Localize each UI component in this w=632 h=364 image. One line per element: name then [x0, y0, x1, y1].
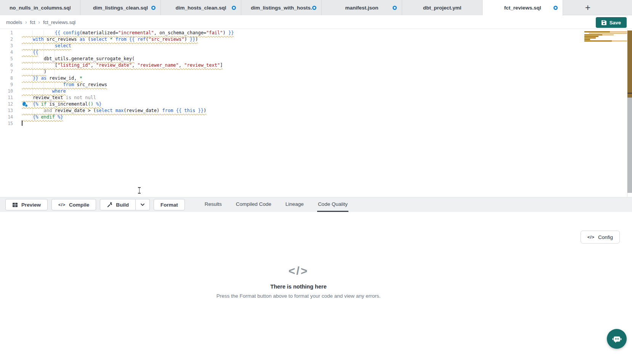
minimap-row [584, 31, 627, 32]
breadcrumb-item-fct[interactable]: fct [30, 19, 35, 25]
format-button[interactable]: Format [154, 199, 185, 210]
tab-dim-listings-with-hosts-sql[interactable]: dim_listings_with_hosts.sql [241, 0, 322, 15]
code-editor[interactable]: 1 {{ config(materialized="incremental", … [0, 29, 632, 197]
minimap[interactable] [584, 31, 627, 42]
tab-label: dim_listings_clean.sql [93, 5, 148, 11]
tab-label: dbt_project.yml [423, 5, 462, 11]
tab-fct-reviews-sql[interactable]: fct_reviews.sql [483, 0, 563, 16]
minimap-mark-light [612, 40, 627, 42]
modified-dot [553, 6, 558, 10]
code-line-2[interactable]: 2 with src_reviews as (select * from {{ … [0, 36, 632, 43]
code-line-12[interactable]: 12 {% if is_incremental() %} [0, 101, 632, 107]
minimap-mark [584, 36, 598, 37]
code-line-content: and review_date > (select max(review_dat… [22, 107, 206, 114]
chat-assistant-button[interactable] [607, 329, 627, 349]
minimap-mark-light [589, 33, 627, 34]
preview-label: Preview [21, 202, 41, 208]
scrollbar-mark [627, 30, 632, 93]
code-line-7[interactable]: 7 ) [0, 69, 632, 75]
table-icon [12, 202, 18, 208]
tab-no-nulls-in-columns-sql[interactable]: no_nulls_in_columns.sql [0, 0, 80, 15]
scrollbar-mark [627, 94, 632, 98]
breadcrumb-item-models[interactable]: models [6, 19, 22, 25]
code-slash-icon: </> [165, 265, 432, 277]
code-icon: </> [587, 235, 595, 239]
modified-dot [232, 6, 236, 10]
code-line-content: dbt_utils.generate_surrogate_key( [22, 56, 135, 62]
empty-state-title: There is nothing here [165, 284, 432, 290]
new-tab-button[interactable]: + [582, 3, 594, 12]
minimap-mark [584, 39, 590, 40]
empty-state-subtitle: Press the Format button above to format … [165, 293, 432, 299]
line-number: 11 [0, 95, 13, 101]
code-line-5[interactable]: 5 dbt_utils.generate_surrogate_key( [0, 56, 632, 62]
build-label: Build [116, 202, 129, 208]
tab-dim-hosts-clean-sql[interactable]: dim_hosts_clean.sql [161, 0, 241, 15]
code-line-4[interactable]: 4 {{ [0, 49, 632, 56]
code-line-9[interactable]: 9 from src_reviews [0, 82, 632, 88]
config-button[interactable]: </> Config [581, 231, 620, 244]
mouse-cursor-ibeam [138, 187, 141, 194]
code-action-icon[interactable] [22, 102, 28, 107]
code-line-content: where [22, 88, 66, 95]
tab-label: manifest.json [345, 5, 378, 11]
build-button[interactable]: Build [100, 199, 136, 210]
minimap-mark-light [602, 34, 614, 35]
code-line-14[interactable]: 14 {% endif %} [0, 114, 632, 120]
code-line-1[interactable]: 1 {{ config(materialized="incremental", … [0, 30, 632, 36]
tab-dbt-project-yml[interactable]: dbt_project.yml [402, 0, 483, 15]
scrollbar[interactable] [627, 29, 632, 197]
line-number: 4 [0, 49, 13, 56]
code-line-content: review_text is not null [22, 95, 96, 101]
minimap-row [584, 37, 627, 38]
line-number: 9 [0, 82, 13, 88]
code-line-10[interactable]: 10 where [0, 88, 632, 95]
tab-manifest-json[interactable]: manifest.json [322, 0, 402, 15]
code-line-content: select [22, 43, 71, 49]
minimap-row [584, 40, 627, 42]
code-line-content: ) [22, 69, 47, 75]
breadcrumb-item-fct-reviews-sql[interactable]: fct_reviews.sql [43, 19, 75, 25]
compile-button[interactable]: </> Compile [51, 199, 96, 210]
line-number: 7 [0, 69, 13, 75]
dbt-ide-window: no_nulls_in_columns.sqldim_listings_clea… [0, 0, 632, 364]
code-line-8[interactable]: 8 }} as review_id, * [0, 75, 632, 82]
panel-tab-lineage[interactable]: Lineage [285, 197, 305, 212]
tab-label: dim_hosts_clean.sql [176, 5, 226, 11]
build-dropdown-button[interactable] [136, 199, 150, 210]
panel-tab-code-quality[interactable]: Code Quality [317, 197, 348, 212]
code-line-content: {{ [22, 49, 38, 56]
breadcrumb: models›fct›fct_reviews.sql [6, 19, 75, 25]
minimap-mark [584, 31, 610, 32]
hammer-icon [107, 202, 112, 208]
scrollbar-mark [627, 98, 632, 193]
tab-label: fct_reviews.sql [504, 5, 541, 11]
preview-button[interactable]: Preview [5, 199, 48, 210]
code-line-6[interactable]: 6 ["listing_id", "review_date", "reviewe… [0, 62, 632, 69]
panel-tab-results[interactable]: Results [204, 197, 223, 212]
save-icon [602, 20, 606, 25]
tab-dim-listings-clean-sql[interactable]: dim_listings_clean.sql [80, 0, 161, 15]
chevron-down-icon [140, 202, 145, 207]
tab-label: dim_listings_with_hosts.sql [251, 5, 312, 11]
minimap-row [584, 39, 627, 40]
compile-label: Compile [69, 202, 89, 208]
line-number: 2 [0, 36, 13, 43]
line-number: 14 [0, 114, 13, 120]
code-line-3[interactable]: 3 select [0, 43, 632, 49]
line-number: 5 [0, 56, 13, 62]
breadcrumb-separator: › [25, 19, 27, 25]
panel-tab-compiled-code[interactable]: Compiled Code [235, 197, 272, 212]
build-split-button: Build [100, 199, 150, 210]
code-line-15[interactable]: 15 [0, 120, 632, 127]
code-line-11[interactable]: 11 review_text is not null [0, 95, 632, 101]
line-number: 13 [0, 107, 13, 114]
breadcrumb-separator: › [38, 19, 40, 25]
config-label: Config [598, 234, 613, 240]
code-line-content: }} as review_id, * [22, 75, 82, 82]
text-caret [22, 120, 22, 126]
code-line-13[interactable]: 13 and review_date > (select max(review_… [0, 107, 632, 114]
save-button[interactable]: Save [596, 17, 627, 28]
minimap-mark-light [610, 31, 627, 32]
action-bar: Preview </> Compile Build Format Results… [0, 197, 632, 212]
